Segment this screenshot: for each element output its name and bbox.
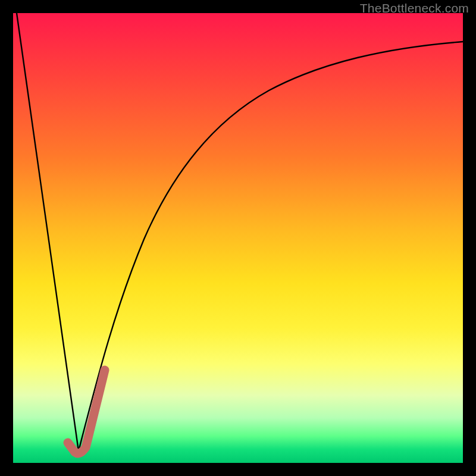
watermark-text: TheBottleneck.com — [360, 1, 469, 15]
curve-left — [17, 13, 79, 451]
chart-frame: TheBottleneck.com — [0, 0, 476, 476]
curve-layer — [13, 13, 463, 463]
curve-right — [79, 42, 463, 451]
plot-area — [13, 13, 463, 463]
